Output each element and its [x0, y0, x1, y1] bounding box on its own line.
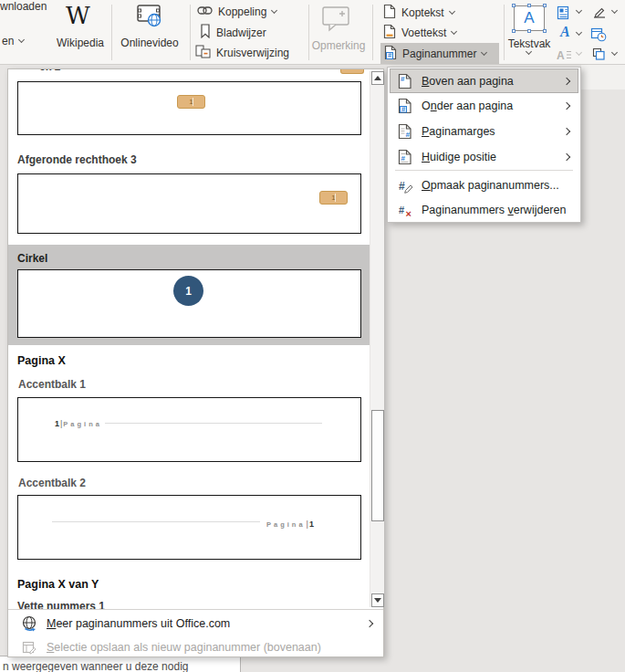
submenu-arrow-icon: [563, 127, 570, 134]
chevron-down-icon[interactable]: [576, 7, 582, 14]
signature-line-button[interactable]: [592, 5, 607, 23]
koptekst-button[interactable]: Koptekst: [383, 4, 454, 22]
menu-item-paginanummers-verwijderen[interactable]: #× Paginanummers verwijderen: [390, 197, 578, 222]
quick-parts-button[interactable]: [557, 5, 570, 24]
svg-text:#: #: [399, 179, 405, 192]
submenu-arrow-icon: [563, 152, 570, 160]
gallery-item-rounded-rect-2-preview[interactable]: 1: [17, 81, 361, 135]
submenu-arrow-icon: [563, 77, 570, 84]
wordart-button[interactable]: A: [560, 24, 570, 40]
clipped-preview-accent: [340, 69, 364, 74]
date-time-button[interactable]: [590, 26, 607, 46]
menu-item-paginamarges[interactable]: # Paginamarges: [390, 119, 578, 143]
save-selection-icon: [19, 640, 39, 655]
wikipedia-button[interactable]: W Wikipedia: [53, 0, 108, 65]
submenu-arrow-icon: [563, 101, 570, 109]
triangle-up-icon: [374, 76, 381, 80]
gallery-item-label: Accentbalk 1: [18, 378, 86, 391]
svg-text:A: A: [557, 49, 565, 61]
tekstvak-icon: A: [514, 5, 545, 31]
clipped-label-fragment: ek 2: [39, 69, 67, 72]
chevron-down-icon: [271, 7, 277, 14]
paginanummer-dropdown-menu: # Boven aan pagina # Onder aan pagina # …: [387, 67, 581, 223]
cross-reference-icon: [195, 45, 211, 61]
svg-text:×: ×: [405, 208, 411, 218]
gallery-item-cirkel-preview: 1: [17, 269, 361, 338]
remove-page-numbers-icon: #×: [397, 202, 413, 218]
current-position-icon: #: [397, 149, 413, 165]
svg-text:#: #: [388, 51, 392, 59]
gallery-item-accentbalk-1-preview[interactable]: 1|Pagina: [17, 397, 361, 462]
ribbon: wnloaden en W Wikipedia Onlinevideo Kopp…: [0, 0, 625, 65]
gallery-item-cirkel-selected[interactable]: Cirkel 1: [8, 245, 370, 345]
triangle-down-icon: [374, 598, 381, 603]
background-strip: [581, 65, 625, 89]
svg-text:#: #: [406, 130, 411, 138]
chevron-down-icon: [481, 48, 487, 55]
koppeling-button[interactable]: Koppeling: [197, 5, 276, 19]
footer-item-save-selection-disabled: Selectie opslaan als nieuw paginanummer …: [8, 636, 383, 658]
gallery-item-accentbalk-2-preview[interactable]: Pagina|1: [17, 495, 361, 560]
globe-office-icon: [19, 615, 39, 632]
accent-line: [52, 521, 260, 522]
scrollbar-thumb[interactable]: [371, 410, 384, 521]
accent-line: [105, 423, 322, 424]
footer-icon: [383, 24, 396, 42]
chevron-down-icon: [449, 8, 455, 15]
menu-item-huidige-positie[interactable]: # Huidige positie: [390, 144, 578, 169]
chevron-down-icon[interactable]: [611, 49, 618, 56]
chevron-down-icon[interactable]: [611, 7, 618, 14]
link-icon: [197, 5, 213, 19]
gallery-category-header: Pagina X van Y: [17, 578, 99, 591]
accent-bar-text: Pagina|1: [266, 514, 314, 530]
wikipedia-icon: W: [66, 2, 90, 29]
accent-bar-text: 1|Pagina: [55, 414, 102, 430]
format-page-numbers-icon: #: [397, 177, 413, 194]
comment-icon: [321, 5, 352, 36]
chevron-down-icon: [451, 28, 457, 35]
submenu-arrow-icon: [366, 620, 373, 627]
menu-separator: [395, 170, 573, 171]
gallery-item-label: Cirkel: [17, 252, 47, 265]
menu-item-onder-aan-pagina[interactable]: # Onder aan pagina: [390, 93, 578, 118]
footer-item-more-from-office[interactable]: Meer paginanummers uit Office.com: [8, 611, 383, 636]
page-number-circle: 1: [173, 276, 203, 306]
word-window: wnloaden en W Wikipedia Onlinevideo Kopp…: [0, 0, 625, 672]
voettekst-button[interactable]: Voettekst: [383, 24, 456, 42]
svg-text:#: #: [399, 204, 404, 215]
bladwijzer-button[interactable]: Bladwijzer: [200, 24, 266, 41]
gallery-category-header: Pagina X: [17, 354, 66, 367]
cut-group-label-top: wnloaden: [0, 0, 47, 13]
gallery-item-rounded-rect-3-preview[interactable]: 1: [17, 173, 361, 234]
gallery-item-label: Vette nummers 1: [17, 600, 105, 609]
online-video-icon: [136, 4, 163, 31]
drop-cap-button-disabled: A: [557, 47, 572, 64]
gallery-item-label: Accentbalk 2: [18, 477, 86, 489]
chevron-down-icon: [18, 37, 25, 43]
svg-text:#: #: [401, 75, 405, 83]
page-number-pill: 1: [319, 191, 348, 205]
onlinevideo-button[interactable]: Onlinevideo: [113, 0, 186, 65]
svg-text:#: #: [401, 105, 406, 113]
chevron-down-icon[interactable]: [576, 29, 582, 36]
scroll-down-button[interactable]: [371, 593, 384, 607]
chevron-down-icon: [576, 49, 582, 56]
page-number-pill: 1: [177, 95, 205, 109]
gallery-footer-separator: [8, 609, 383, 610]
page-number-bottom-icon: #: [397, 98, 413, 114]
gallery-item-label: Afgeronde rechthoek 3: [17, 153, 137, 166]
menu-item-opmaak-paginanummers[interactable]: # Opmaak paginanummers...: [390, 173, 578, 197]
gallery-scrollbar[interactable]: [370, 71, 384, 607]
scroll-up-button[interactable]: [371, 71, 384, 85]
bookmark-icon: [200, 24, 211, 41]
menu-item-boven-aan-pagina[interactable]: # Boven aan pagina: [390, 68, 578, 93]
header-icon: [383, 4, 396, 22]
paginanummer-button-pressed[interactable]: # Paginanummer: [380, 43, 499, 64]
opmerking-button-disabled: Opmerking: [308, 0, 369, 65]
object-button[interactable]: [592, 47, 606, 65]
cut-group-button[interactable]: en: [2, 35, 24, 47]
kruisverwijzing-button[interactable]: Kruisverwijzing: [195, 45, 289, 61]
svg-text:#: #: [401, 153, 406, 162]
page-number-gallery: ek 2 1 Afgeronde rechthoek 3 1 Cirkel 1 …: [7, 68, 384, 657]
gallery-scroll-area: ek 2 1 Afgeronde rechthoek 3 1 Cirkel 1 …: [8, 69, 370, 609]
